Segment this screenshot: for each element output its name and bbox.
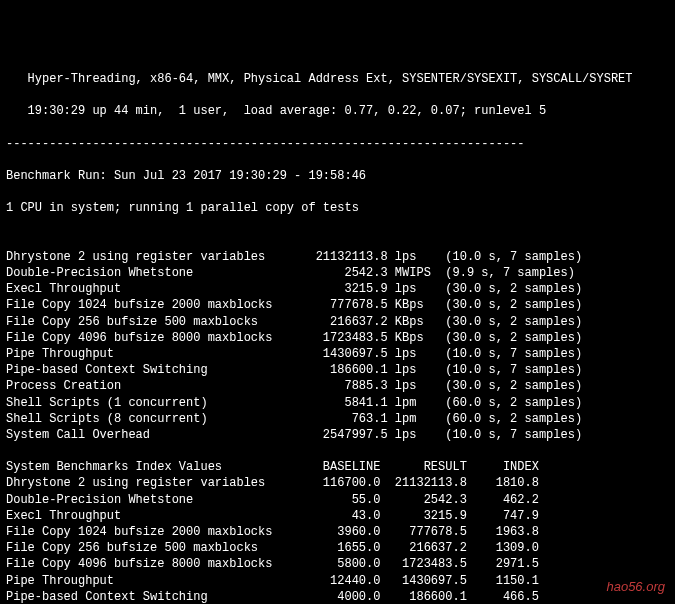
divider-line: ----------------------------------------… (6, 137, 524, 151)
results-block: Dhrystone 2 using register variables 211… (6, 249, 669, 443)
index-block: System Benchmarks Index Values BASELINE … (6, 459, 669, 604)
benchmark-run-line: Benchmark Run: Sun Jul 23 2017 19:30:29 … (6, 169, 366, 183)
cpu-count-line: 1 CPU in system; running 1 parallel copy… (6, 201, 359, 215)
uptime-line: 19:30:29 up 44 min, 1 user, load average… (6, 104, 546, 118)
cpu-features-line: Hyper-Threading, x86-64, MMX, Physical A… (6, 72, 633, 86)
watermark: hao56.org (606, 578, 665, 596)
